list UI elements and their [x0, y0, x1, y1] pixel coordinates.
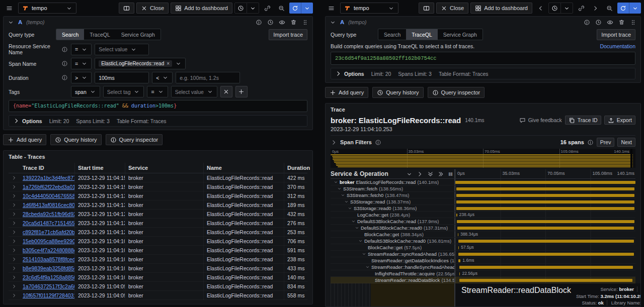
span-bar[interactable]: [458, 240, 634, 243]
span-row[interactable]: DefaultS3BlockCache::read0(136.81ms): [331, 238, 635, 244]
span-collapse-icon[interactable]: [362, 252, 366, 256]
close-split-button[interactable]: Close: [436, 3, 468, 14]
span-row[interactable]: StreamReader::readDataBlock(134.57ms): [331, 277, 635, 283]
span-bar[interactable]: [456, 194, 634, 197]
give-feedback-link[interactable]: Give feedback: [519, 117, 562, 124]
run-query-button[interactable]: [289, 3, 313, 14]
row-expander-icon[interactable]: [9, 182, 20, 191]
span-bar[interactable]: [458, 246, 459, 249]
row-expander-icon[interactable]: [9, 200, 20, 210]
documentation-link[interactable]: Documentation: [600, 43, 635, 49]
share-link-button[interactable]: [261, 3, 273, 14]
chevron-right-icon[interactable]: [331, 139, 337, 146]
span-bar[interactable]: [459, 272, 460, 275]
query-history-icon[interactable]: [267, 19, 274, 26]
span-collapse-icon[interactable]: [334, 180, 338, 184]
row-expander-icon[interactable]: [9, 228, 20, 237]
traceql-query-editor[interactable]: 23c6d54f9a1258a88502ff162b0754cc: [331, 52, 635, 65]
trace-id-link[interactable]: 1a726bf62f22ebd3a01c0...: [23, 184, 75, 190]
trace-id-link[interactable]: 20ca5d1487c715145540...: [23, 220, 75, 226]
span-bar[interactable]: [458, 253, 634, 256]
zoom-out-button[interactable]: [275, 3, 287, 14]
tag-value-select[interactable]: Select value: [171, 86, 217, 97]
row-expander-icon[interactable]: [9, 191, 20, 200]
datasource-picker[interactable]: tempo: [340, 3, 398, 14]
menu-button[interactable]: [325, 3, 337, 14]
row-expander-icon[interactable]: [9, 237, 20, 246]
table-row[interactable]: 139222a1bc3d4fec87775...2023-12-29 11:04…: [9, 173, 307, 182]
query-inspector-button[interactable]: Query inspector: [428, 87, 485, 98]
span-bar[interactable]: [459, 266, 633, 269]
span-row[interactable]: brokerElasticLogFileRecords::read(140.1m…: [331, 179, 635, 185]
span-bar[interactable]: [455, 181, 635, 184]
split-close-button[interactable]: [119, 3, 134, 14]
span-row[interactable]: LogCache::get(238.4μs)238.4μs: [331, 212, 635, 218]
expand-one-icon[interactable]: [417, 171, 423, 177]
span-bar[interactable]: [457, 220, 634, 223]
span-bar[interactable]: [456, 214, 457, 217]
trace-id-link[interactable]: 23c6d54f9a1258a88502f...: [23, 274, 75, 280]
row-expander-icon[interactable]: [9, 291, 20, 300]
query-history-icon[interactable]: [595, 19, 602, 26]
collapse-all-icon[interactable]: [427, 171, 434, 177]
row-expander-icon[interactable]: [9, 210, 20, 219]
span-bar[interactable]: [456, 200, 634, 203]
close-split-button[interactable]: Close: [136, 3, 169, 14]
remove-query-icon[interactable]: [618, 19, 625, 26]
query-history-button[interactable]: Query history: [372, 87, 423, 98]
table-row[interactable]: 1a7046372517f3c2a66fb...2023-12-29 11:04…: [9, 282, 307, 291]
remove-tag-button[interactable]: [220, 86, 232, 97]
span-collapse-icon[interactable]: [341, 193, 345, 197]
drag-handle-icon[interactable]: [630, 19, 636, 26]
time-picker[interactable]: [548, 3, 573, 14]
share-link-button[interactable]: [575, 3, 587, 14]
trace-id-link[interactable]: 1a7046372517f3c2a66fb...: [23, 283, 75, 289]
tag-operator-select[interactable]: =: [147, 86, 168, 97]
zoom-out-button[interactable]: [603, 3, 615, 14]
trace-id-link[interactable]: 28cbeda92c51fb96d921c...: [23, 211, 75, 217]
table-row[interactable]: b305ce4f7a22480888eb...2023-12-29 11:04:…: [9, 246, 307, 255]
split-close-button[interactable]: [419, 3, 434, 14]
span-row[interactable]: S3Storage::read(138.37ms): [331, 198, 635, 205]
span-name-value-select[interactable]: ElasticLogFileRecords::read ×: [95, 58, 186, 69]
tag-scope-select[interactable]: span: [71, 86, 100, 97]
span-bar[interactable]: [456, 207, 634, 210]
col-name[interactable]: Name: [204, 163, 284, 173]
span-row[interactable]: InflightReadThrottle::acquire(22.56μs)22…: [331, 270, 635, 277]
span-bar[interactable]: [459, 279, 632, 282]
row-expander-icon[interactable]: [9, 264, 20, 273]
import-trace-button[interactable]: Import trace: [597, 29, 635, 40]
table-row[interactable]: 1a726bf62f22ebd3a01c0...2023-12-29 11:04…: [9, 182, 307, 191]
add-tag-button[interactable]: [235, 86, 248, 97]
span-collapse-icon[interactable]: [358, 239, 363, 243]
span-name-operator-select[interactable]: =: [71, 58, 92, 69]
table-row[interactable]: 10c4d44050046765583...2023-12-29 11:04:1…: [9, 191, 307, 200]
span-collapse-icon[interactable]: [344, 199, 349, 204]
time-back-button[interactable]: [534, 3, 546, 14]
trace-id-link[interactable]: 15eb0095ca88ee9290c1...: [23, 238, 75, 244]
span-collapse-icon[interactable]: [355, 226, 359, 230]
trace-id-link[interactable]: 139222a1bc3d4fec87775...: [23, 175, 75, 181]
trace-minimap[interactable]: 0μs35.03ms70.05ms105.08ms140.1ms: [331, 149, 635, 168]
span-collapse-icon[interactable]: [348, 206, 352, 211]
collapse-one-icon[interactable]: [406, 171, 413, 177]
query-help-icon[interactable]: [256, 19, 262, 26]
service-name-value-select[interactable]: Select value: [95, 44, 149, 55]
table-row[interactable]: 15eb0095ca88ee9290c1...2023-12-29 11:04:…: [9, 237, 307, 246]
tab-search[interactable]: Search: [56, 29, 84, 40]
table-row[interactable]: 20ca5d1487c715145540...2023-12-29 11:04:…: [9, 219, 307, 228]
collapse-query-icon[interactable]: [8, 19, 14, 26]
span-bar[interactable]: [458, 259, 460, 262]
tab-service-graph[interactable]: Service Graph: [438, 29, 482, 40]
span-row[interactable]: S3Stream::fetch(138.56ms): [331, 185, 635, 192]
prev-span-button[interactable]: Prev: [597, 138, 615, 147]
span-collapse-icon[interactable]: [351, 219, 356, 224]
row-expander-icon[interactable]: [9, 219, 20, 228]
span-bar[interactable]: [456, 187, 634, 190]
time-picker[interactable]: [234, 3, 259, 14]
row-expander-icon[interactable]: [9, 273, 20, 282]
span-row[interactable]: S3Storage::read0(138.36ms): [331, 205, 635, 212]
disable-query-icon[interactable]: [279, 19, 285, 26]
trace-id-link[interactable]: 2514103aa8578f8fced82...: [23, 256, 75, 262]
col-start-time[interactable]: Start time: [75, 163, 125, 173]
